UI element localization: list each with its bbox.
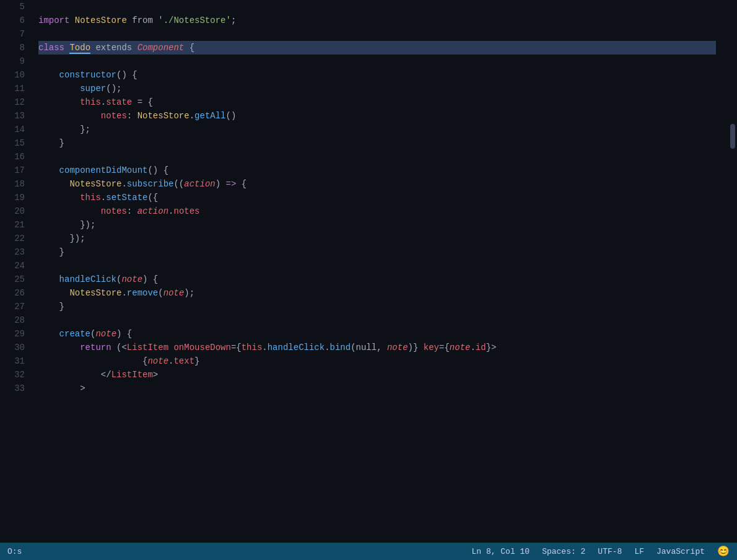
method-token: getAll: [194, 111, 225, 121]
code-line: };: [38, 123, 716, 136]
punct-token: ={: [439, 343, 450, 352]
scrollbar-track[interactable]: [728, 0, 737, 543]
line-number: 19: [0, 191, 25, 204]
punct-token: }: [194, 356, 199, 366]
arrow-token: =>: [226, 179, 237, 189]
indent1-token: [38, 302, 59, 312]
line-number: 14: [0, 123, 25, 136]
code-line: }: [38, 136, 716, 150]
code-line: super();: [38, 82, 716, 95]
code-line: });: [38, 232, 716, 245]
punct-token: }: [59, 247, 64, 257]
fn-name-token: super: [80, 84, 106, 94]
code-line: [38, 27, 716, 41]
line-number: 26: [0, 286, 25, 300]
store-name-token: NotesStore: [137, 111, 190, 121]
indent1-token: [38, 138, 59, 148]
encoding: UTF-8: [598, 547, 622, 556]
line-number: 20: [0, 204, 25, 218]
line-number: 15: [0, 136, 25, 150]
indent2-token: [38, 179, 69, 189]
punct-token: };: [80, 125, 90, 134]
punct-token: (null,: [351, 343, 387, 352]
git-status: O:s: [7, 547, 22, 556]
punct-token: });: [80, 220, 95, 230]
punct-token: () {: [147, 165, 168, 175]
git-label: O:s: [7, 547, 22, 556]
indent2-token: [38, 97, 80, 107]
property-token: notes: [101, 111, 127, 121]
param-token: action: [137, 206, 168, 216]
fn-name-token: constructor: [59, 70, 116, 80]
code-content[interactable]: import NotesStore from './NotesStore'; c…: [32, 0, 728, 543]
indentation: Spaces: 2: [542, 547, 585, 556]
punct-token: (): [226, 111, 237, 121]
punct-token: });: [69, 234, 85, 243]
method-token: handleClick: [268, 343, 325, 352]
indent1-token: [38, 329, 59, 339]
code-line: return (<ListItem onMouseDown={this.hand…: [38, 341, 716, 354]
line-number: 22: [0, 232, 25, 245]
punct-token: >: [80, 383, 85, 393]
param-token: note: [147, 356, 168, 366]
method-token: bind: [330, 343, 351, 352]
code-line: });: [38, 218, 716, 232]
component-token: Component: [137, 43, 185, 53]
indent2-token: [38, 234, 69, 243]
punct-token: (: [158, 288, 163, 298]
code-line: this.state = {: [38, 95, 716, 109]
kw-class-token: class: [38, 43, 69, 53]
this-kw-token: this: [80, 97, 101, 107]
param-token: note: [387, 343, 408, 352]
punct-token: ;: [231, 15, 236, 25]
jsx-tag-token: ListItem: [127, 343, 168, 352]
method-token: subscribe: [127, 179, 174, 189]
punct-token: () {: [116, 70, 137, 80]
store-name-token: NotesStore: [75, 15, 127, 25]
line-number: 24: [0, 259, 25, 273]
line-number: 7: [0, 27, 25, 41]
indent3-token: [38, 370, 101, 380]
indent1-token: [38, 165, 59, 175]
punct-token: )}: [408, 343, 424, 352]
code-line: >: [38, 382, 716, 395]
line-number: 17: [0, 164, 25, 177]
punct-token: ) {: [116, 329, 132, 339]
keyword-token: return: [80, 343, 116, 352]
indent1-token: [38, 274, 59, 284]
code-line: [38, 0, 716, 14]
indent4-token: [38, 356, 142, 366]
line-number: 8: [0, 41, 25, 55]
code-line: [38, 313, 716, 327]
attr-name-token: key: [424, 343, 439, 352]
attr-name-token: onMouseDown: [173, 343, 230, 352]
code-line: import NotesStore from './NotesStore';: [38, 14, 716, 27]
line-number: 9: [0, 55, 25, 68]
line-number: 25: [0, 273, 25, 286]
line-number: 32: [0, 368, 25, 382]
kw-from-token: from: [127, 15, 158, 25]
property-token: notes: [173, 206, 199, 216]
code-line: notes: NotesStore.getAll(): [38, 109, 716, 123]
scrollbar-thumb[interactable]: [730, 124, 735, 149]
punct-token: }: [59, 138, 64, 148]
indent3-token: [38, 220, 80, 230]
punct-token: );: [184, 288, 194, 298]
param-token: note: [450, 343, 471, 352]
punct-token: }>: [486, 343, 497, 352]
indent1-token: [38, 70, 59, 80]
line-number: 18: [0, 177, 25, 191]
smiley-icon: 😊: [717, 545, 730, 558]
store-name-token: NotesStore: [69, 288, 121, 298]
code-line: {note.text}: [38, 354, 716, 368]
line-number: 28: [0, 313, 25, 327]
line-number: 27: [0, 300, 25, 313]
line-number: 5: [0, 0, 25, 14]
kw-import-token: import: [38, 15, 75, 25]
punct-token: extends: [90, 43, 137, 53]
indent2-token: [38, 125, 80, 134]
code-line: [38, 55, 716, 68]
language-mode[interactable]: JavaScript: [656, 547, 705, 556]
code-line: this.setState({: [38, 191, 716, 204]
code-line: constructor() {: [38, 68, 716, 82]
